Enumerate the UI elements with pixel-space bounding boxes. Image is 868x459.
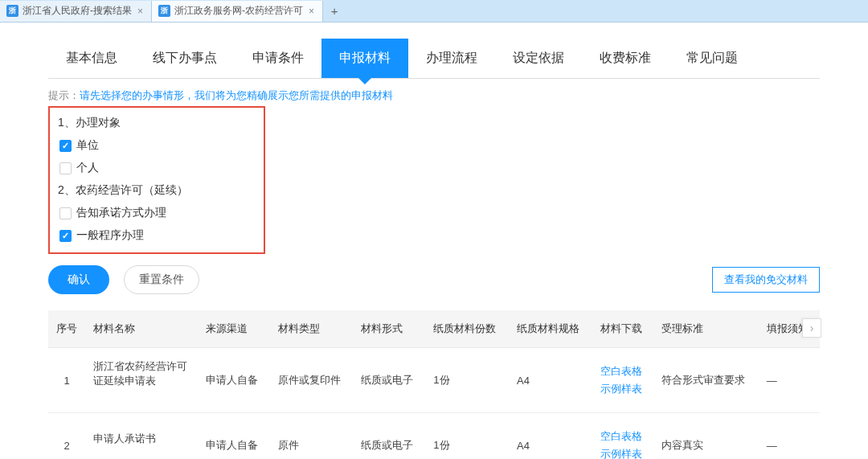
cell-download: 空白表格示例样表 <box>592 413 653 459</box>
hint-label: 提示： <box>48 89 80 101</box>
cell-index: 2 <box>48 413 85 459</box>
th-index: 序号 <box>48 310 85 348</box>
cell-form: 纸质或电子 <box>353 348 425 413</box>
cell-spec: A4 <box>509 348 592 413</box>
tab-title: 浙江政务服务网-农药经营许可 <box>174 4 303 18</box>
tab-apply-materials[interactable]: 申报材料 <box>321 39 408 78</box>
th-name: 材料名称 <box>85 310 198 348</box>
cell-download: 空白表格示例样表 <box>592 348 653 413</box>
cell-index: 1 <box>48 348 85 413</box>
checkbox-row-unit[interactable]: 单位 <box>58 138 256 153</box>
cell-name: 申请人承诺书 <box>85 413 198 459</box>
th-spec: 纸质材料规格 <box>509 310 592 348</box>
cell-type: 原件 <box>270 413 354 459</box>
download-link[interactable]: 空白表格示例样表 <box>600 365 642 395</box>
confirm-button[interactable]: 确认 <box>48 265 109 294</box>
checkbox-informed[interactable] <box>59 207 72 219</box>
tab-basic-info[interactable]: 基本信息 <box>48 39 135 78</box>
cell-spec: A4 <box>509 413 592 459</box>
group-title-2: 2、农药经营许可（延续） <box>58 183 256 198</box>
th-download: 材料下载 <box>592 310 653 348</box>
table-row: 2 申请人承诺书 申请人自备 原件 纸质或电子 1份 A4 空白表格示例样表 内… <box>48 413 820 459</box>
checkbox-row-general[interactable]: 一般程序办理 <box>58 228 256 243</box>
cell-source: 申请人自备 <box>198 348 270 413</box>
close-icon[interactable]: × <box>136 6 145 17</box>
browser-tab-bar: 浙 浙江省人民政府-搜索结果 × 浙 浙江政务服务网-农药经营许可 × + <box>0 0 868 23</box>
cell-notice: — <box>759 413 820 459</box>
cell-copies: 1份 <box>425 413 509 459</box>
checkbox-personal[interactable] <box>59 162 72 174</box>
materials-table: 序号 材料名称 来源渠道 材料类型 材料形式 纸质材料份数 纸质材料规格 材料下… <box>48 310 820 459</box>
group-title-1: 1、办理对象 <box>58 116 256 130</box>
cell-name: 浙江省农药经营许可证延续申请表 <box>85 348 198 413</box>
favicon: 浙 <box>158 5 170 17</box>
tab-basis[interactable]: 设定依据 <box>495 39 582 78</box>
browser-tab-2[interactable]: 浙 浙江政务服务网-农药经营许可 × <box>152 1 323 22</box>
checkbox-unit[interactable] <box>59 140 72 152</box>
checkbox-label: 单位 <box>76 138 99 153</box>
checkbox-label: 一般程序办理 <box>76 228 144 243</box>
download-link[interactable]: 空白表格示例样表 <box>600 430 642 459</box>
nav-tabs: 基本信息 线下办事点 申请条件 申报材料 办理流程 设定依据 收费标准 常见问题 <box>48 39 820 79</box>
button-row: 确认 重置条件 查看我的免交材料 <box>48 265 820 294</box>
cell-form: 纸质或电子 <box>353 413 425 459</box>
tab-offline-location[interactable]: 线下办事点 <box>135 39 235 78</box>
cell-notice: — <box>759 348 820 413</box>
tab-apply-condition[interactable]: 申请条件 <box>235 39 321 78</box>
reset-button[interactable]: 重置条件 <box>124 265 199 294</box>
cell-type: 原件或复印件 <box>270 348 354 413</box>
th-copies: 纸质材料份数 <box>425 310 509 348</box>
chevron-right-icon[interactable]: › <box>802 318 821 338</box>
tab-faq[interactable]: 常见问题 <box>669 39 755 78</box>
table-wrap: › 序号 材料名称 来源渠道 材料类型 材料形式 纸质材料份数 纸质材料规格 材… <box>48 310 820 459</box>
new-tab-button[interactable]: + <box>323 1 346 22</box>
cell-copies: 1份 <box>425 348 509 413</box>
option-highlight-box: 1、办理对象 单位 个人 2、农药经营许可（延续） 告知承诺方式办理 一般程序办… <box>48 106 265 254</box>
close-icon[interactable]: × <box>307 6 316 17</box>
cell-source: 申请人自备 <box>198 413 270 459</box>
checkbox-label: 告知承诺方式办理 <box>76 206 166 220</box>
table-row: 1 浙江省农药经营许可证延续申请表 申请人自备 原件或复印件 纸质或电子 1份 … <box>48 348 820 413</box>
tab-fee-standard[interactable]: 收费标准 <box>582 39 669 78</box>
tab-title: 浙江省人民政府-搜索结果 <box>23 4 132 18</box>
th-type: 材料类型 <box>270 310 354 348</box>
th-standard: 受理标准 <box>653 310 759 348</box>
checkbox-row-personal[interactable]: 个人 <box>58 161 256 175</box>
tab-process[interactable]: 办理流程 <box>408 39 495 78</box>
checkbox-row-informed[interactable]: 告知承诺方式办理 <box>58 206 256 220</box>
cell-standard: 内容真实 <box>653 413 759 459</box>
favicon: 浙 <box>6 5 18 17</box>
cell-standard: 符合形式审查要求 <box>653 348 759 413</box>
hint-text: 提示：请先选择您的办事情形，我们将为您精确展示您所需提供的申报材料 <box>48 79 820 106</box>
view-free-materials-button[interactable]: 查看我的免交材料 <box>712 267 820 293</box>
hint-content: 请先选择您的办事情形，我们将为您精确展示您所需提供的申报材料 <box>80 89 393 101</box>
browser-tab-1[interactable]: 浙 浙江省人民政府-搜索结果 × <box>0 1 152 22</box>
checkbox-general[interactable] <box>59 230 72 242</box>
checkbox-label: 个人 <box>76 161 99 175</box>
th-source: 来源渠道 <box>198 310 270 348</box>
th-form: 材料形式 <box>353 310 425 348</box>
